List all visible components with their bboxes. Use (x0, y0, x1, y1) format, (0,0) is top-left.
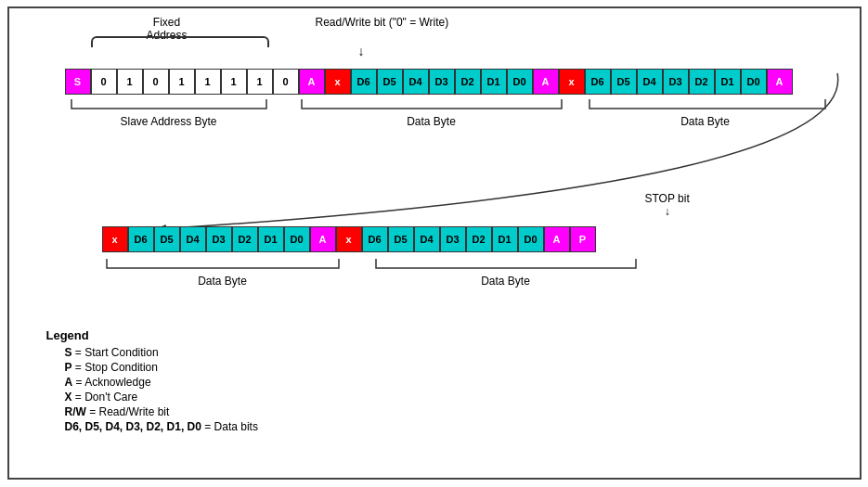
cell-D1b: D1 (715, 69, 741, 95)
cell-D1a: D1 (481, 69, 507, 95)
fixed-address-bracket (91, 36, 269, 47)
data-byte-label-4: Data Byte (371, 275, 641, 288)
cell-D4c: D4 (180, 226, 206, 252)
cell-b4: 1 (195, 69, 221, 95)
diagram-container: FixedAddress Read/Write bit ("0" = Write… (7, 6, 862, 480)
cell-b6: 1 (247, 69, 273, 95)
cell-A2: A (533, 69, 559, 95)
legend-x: X = Don't Care (65, 391, 258, 404)
cell-b5: 1 (221, 69, 247, 95)
cell-A1: A (299, 69, 325, 95)
cell-D0b: D0 (741, 69, 767, 95)
cell-D2a: D2 (455, 69, 481, 95)
legend: Legend S = Start Condition P = Stop Cond… (46, 328, 258, 435)
stop-bit-label: STOP bit↓ (645, 192, 690, 218)
cell-D1c: D1 (258, 226, 284, 252)
rw-bit-label: Read/Write bit ("0" = Write) (316, 16, 449, 29)
cell-D4b: D4 (637, 69, 663, 95)
cell-D3b: D3 (663, 69, 689, 95)
data-byte-label-1: Data Byte (297, 115, 566, 128)
legend-title: Legend (46, 328, 258, 342)
legend-data-bits: D6, D5, D4, D3, D2, D1, D0 = Data bits (65, 420, 258, 433)
cell-D6c: D6 (128, 226, 154, 252)
data-byte-label-2: Data Byte (585, 115, 826, 128)
cell-A3: A (767, 69, 793, 95)
cell-D6a: D6 (351, 69, 377, 95)
slave-address-brace: Slave Address Byte (67, 97, 271, 128)
cell-D0a: D0 (507, 69, 533, 95)
cell-A4: A (310, 226, 336, 252)
cell-D3a: D3 (429, 69, 455, 95)
cell-D6b: D6 (585, 69, 611, 95)
cell-D3c: D3 (206, 226, 232, 252)
cell-b1: 1 (117, 69, 143, 95)
rw-arrow: ↓ (358, 44, 365, 58)
cell-D2d: D2 (466, 226, 492, 252)
data-byte-brace-2: Data Byte (585, 97, 826, 128)
cell-x4: x (336, 226, 362, 252)
cell-b0: 0 (91, 69, 117, 95)
cell-D3d: D3 (440, 226, 466, 252)
cell-D1d: D1 (492, 226, 518, 252)
cell-x2: x (559, 69, 585, 95)
data-byte-brace-4: Data Byte (371, 257, 641, 288)
cell-P: P (570, 226, 596, 252)
legend-p: P = Stop Condition (65, 361, 258, 374)
cell-x1: x (325, 69, 351, 95)
data-byte-label-3: Data Byte (102, 275, 343, 288)
slave-address-label: Slave Address Byte (67, 115, 271, 128)
cell-b7: 0 (273, 69, 299, 95)
cell-D5d: D5 (388, 226, 414, 252)
cell-D5a: D5 (377, 69, 403, 95)
cell-b3: 1 (169, 69, 195, 95)
cell-D0d: D0 (518, 226, 544, 252)
cell-S: S (65, 69, 91, 95)
legend-rw: R/W = Read/Write bit (65, 405, 258, 418)
cell-D4a: D4 (403, 69, 429, 95)
cell-D2c: D2 (232, 226, 258, 252)
cell-x3: x (102, 226, 128, 252)
cell-D6d: D6 (362, 226, 388, 252)
legend-s: S = Start Condition (65, 346, 258, 359)
cell-D2b: D2 (689, 69, 715, 95)
cell-A5: A (544, 226, 570, 252)
cell-D0c: D0 (284, 226, 310, 252)
row1-bus: S01011110AxD6D5D4D3D2D1D0AxD6D5D4D3D2D1D… (65, 69, 793, 95)
cell-b2: 0 (143, 69, 169, 95)
cell-D4d: D4 (414, 226, 440, 252)
legend-a: A = Acknowledge (65, 376, 258, 389)
data-byte-brace-3: Data Byte (102, 257, 343, 288)
row2-bus: xD6D5D4D3D2D1D0AxD6D5D4D3D2D1D0AP (102, 226, 596, 252)
data-byte-brace-1: Data Byte (297, 97, 566, 128)
cell-D5c: D5 (154, 226, 180, 252)
cell-D5b: D5 (611, 69, 637, 95)
